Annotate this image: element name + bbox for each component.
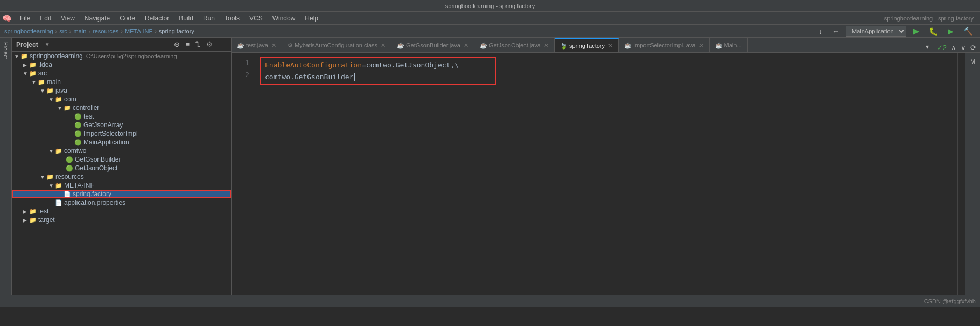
menu-vcs[interactable]: VCS: [245, 13, 267, 23]
line-number-2: 2: [235, 69, 249, 81]
tree-arrow-metainf: ▼: [48, 183, 55, 189]
tab-mybatis-label: MybatisAutoConfiguration.class: [295, 42, 377, 48]
tree-metainf[interactable]: ▼ 📁 META-INF: [12, 181, 231, 190]
status-text: CSDN @efggfxfvhh: [924, 298, 976, 304]
tree-arrow-test: ▶: [23, 209, 29, 214]
menu-navigate[interactable]: Navigate: [80, 13, 114, 23]
coverage-btn[interactable]: ▶: [944, 26, 957, 37]
title-text: springbootlearning - spring.factory: [445, 3, 535, 9]
sidebar-collapse-btn[interactable]: ≡: [184, 40, 191, 49]
file-spring-factory-icon: 📄: [64, 191, 71, 198]
breadcrumb-project[interactable]: springbootlearning: [4, 28, 53, 34]
tree-test-class[interactable]: 🟢 test: [12, 112, 231, 121]
tree-spring-factory-label: spring.factory: [73, 190, 111, 198]
menu-run[interactable]: Run: [199, 13, 219, 23]
file-appprops-icon: 📄: [55, 199, 62, 206]
tree-root[interactable]: ▼ 📁 springbootlearning C:\Users\pii5g2\s…: [12, 52, 231, 60]
menu-build[interactable]: Build: [174, 13, 198, 23]
breadcrumb-metainf[interactable]: META-INF: [125, 28, 152, 34]
tab-getgsonbuilder-close[interactable]: ✕: [464, 42, 468, 49]
tree-application-props[interactable]: 📄 application.properties: [12, 198, 231, 207]
right-gutter: [957, 53, 965, 295]
tree-idea[interactable]: ▶ 📁 .idea: [12, 60, 231, 69]
folder-java-icon: 📁: [46, 87, 54, 94]
tree-com[interactable]: ▼ 📁 com: [12, 95, 231, 103]
editor-nav-up-btn[interactable]: ∧: [949, 43, 958, 52]
tab-mybatis-close[interactable]: ✕: [381, 42, 386, 49]
tab-getjsonobject-close[interactable]: ✕: [544, 42, 549, 49]
tree-comtwo[interactable]: ▼ 📁 comtwo: [12, 147, 231, 155]
code-line-1: EnableAutoConfiguration=comtwo.GetJsonOb…: [265, 59, 491, 71]
build-btn[interactable]: 🔨: [960, 26, 976, 37]
menu-tools[interactable]: Tools: [220, 13, 244, 23]
tab-mybatis[interactable]: ⚙ MybatisAutoConfiguration.class ✕: [282, 38, 391, 52]
sidebar-settings-btn[interactable]: ⚙: [205, 40, 214, 49]
tree-src[interactable]: ▼ 📁 src: [12, 69, 231, 78]
tree-resources[interactable]: ▼ 📁 resources: [12, 172, 231, 181]
tab-test-java-close[interactable]: ✕: [271, 42, 276, 49]
menu-window[interactable]: Window: [268, 13, 300, 23]
tree-mainapplication-label: MainApplication: [83, 138, 129, 146]
tree-arrow-resources: ▼: [40, 174, 46, 180]
editor-area: ☕ test.java ✕ ⚙ MybatisAutoConfiguration…: [232, 38, 980, 295]
project-tool-label[interactable]: Project: [3, 40, 9, 61]
tree-spring-factory[interactable]: 📄 spring.factory: [12, 190, 231, 198]
editor-check-btn[interactable]: ✓2: [935, 43, 948, 52]
breadcrumb-resources[interactable]: resources: [93, 28, 118, 34]
tab-getjsonobject-label: GetJsonObject.java: [489, 42, 541, 48]
back-btn[interactable]: ←: [829, 26, 843, 37]
tab-mybatis-icon: ⚙: [288, 42, 293, 49]
tree-getgsonbuilder[interactable]: 🟢 GetGsonBuilder: [12, 155, 231, 164]
tab-spring-factory[interactable]: 🍃 spring.factory ✕: [555, 38, 619, 52]
tree-idea-label: .idea: [38, 61, 52, 68]
line-numbers: 1 2: [232, 53, 253, 295]
tree-getjsonarray[interactable]: 🟢 GetJsonArray: [12, 121, 231, 129]
tree-test-label: test: [83, 113, 94, 120]
folder-idea-icon: 📁: [29, 61, 37, 68]
folder-src-icon: 📁: [29, 70, 37, 77]
menu-view[interactable]: View: [57, 13, 79, 23]
tree-controller[interactable]: ▼ 📁 controller: [12, 103, 231, 112]
debug-btn[interactable]: 🐛: [926, 26, 941, 37]
menu-code[interactable]: Code: [115, 13, 139, 23]
tree-test-folder[interactable]: ▶ 📁 test: [12, 207, 231, 216]
editor-nav-down-btn[interactable]: ∨: [959, 43, 968, 52]
sidebar-close-btn[interactable]: —: [216, 40, 227, 49]
folder-comtwo-icon: 📁: [55, 148, 62, 155]
tab-importselectorimpl-close[interactable]: ✕: [699, 42, 704, 49]
tab-getjsonobject[interactable]: ☕ GetJsonObject.java ✕: [474, 38, 555, 52]
tab-main[interactable]: ☕ Main...: [710, 38, 748, 52]
tree-main[interactable]: ▼ 📁 main: [12, 78, 231, 86]
run-btn[interactable]: ▶: [909, 25, 922, 37]
code-area[interactable]: EnableAutoConfiguration=comtwo.GetJsonOb…: [253, 53, 957, 295]
tab-getgsonbuilder[interactable]: ☕ GetGsonBuilder.java ✕: [391, 38, 474, 52]
sidebar-title: Project: [16, 41, 38, 48]
tree-mainapplication[interactable]: 🟢 MainApplication: [12, 138, 231, 147]
sidebar-dropdown-icon[interactable]: ▼: [45, 41, 50, 47]
sidebar-locate-btn[interactable]: ⊕: [172, 40, 181, 49]
tab-test-java[interactable]: ☕ test.java ✕: [232, 38, 282, 52]
editor-refresh-btn[interactable]: ⟳: [969, 43, 978, 52]
sidebar-sort-btn[interactable]: ⇅: [193, 40, 202, 49]
breadcrumb-src[interactable]: src: [59, 28, 67, 34]
tree-target-label: target: [38, 216, 55, 224]
tab-spring-factory-icon: 🍃: [560, 43, 568, 50]
git-update-btn[interactable]: ↓: [815, 26, 825, 37]
menu-edit[interactable]: Edit: [36, 13, 55, 23]
tab-spring-factory-close[interactable]: ✕: [608, 43, 613, 50]
folder-metainf-icon: 📁: [55, 182, 62, 189]
tab-more-btn[interactable]: ▾: [921, 41, 933, 52]
run-config-select[interactable]: MainApplication: [846, 26, 906, 37]
tab-importselectorimpl[interactable]: ☕ ImportSelectorImpl.java ✕: [619, 38, 710, 52]
menu-help[interactable]: Help: [300, 13, 323, 23]
menu-file[interactable]: File: [16, 13, 34, 23]
breadcrumb-file[interactable]: spring.factory: [159, 28, 194, 34]
maven-btn[interactable]: M: [967, 55, 979, 68]
menu-refactor[interactable]: Refactor: [141, 13, 173, 23]
tab-test-java-label: test.java: [246, 42, 268, 48]
tree-getjsonobject[interactable]: 🟢 GetJsonObject: [12, 164, 231, 172]
breadcrumb-main[interactable]: main: [74, 28, 87, 34]
tree-target[interactable]: ▶ 📁 target: [12, 216, 231, 224]
tree-importselectorimpl[interactable]: 🟢 ImportSelectorImpl: [12, 129, 231, 138]
tree-java[interactable]: ▼ 📁 java: [12, 86, 231, 95]
